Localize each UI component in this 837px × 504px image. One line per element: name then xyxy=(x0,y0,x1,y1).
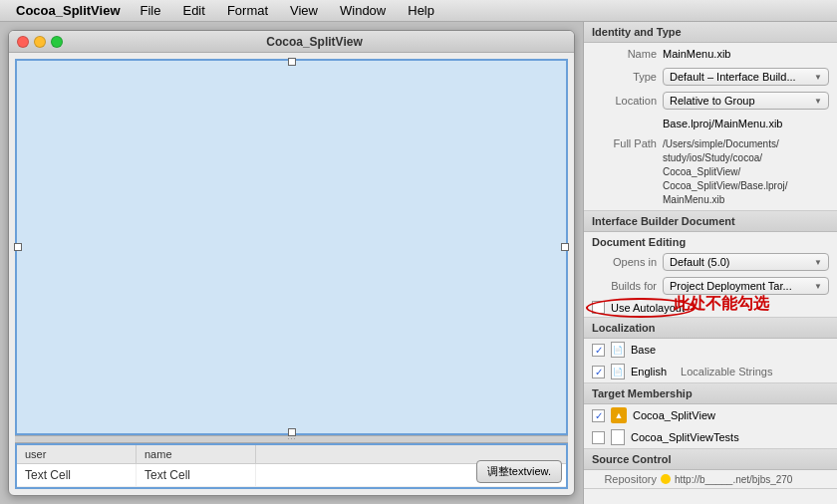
loc-english-label: English xyxy=(631,366,667,378)
window-titlebar: Cocoa_SplitView xyxy=(9,31,574,53)
repo-url: http://b_____.net/bjbs_270 xyxy=(675,474,792,485)
repo-status-dot xyxy=(661,474,671,484)
opens-in-row: Opens in Default (5.0) ▼ xyxy=(584,250,837,274)
loc-base-checkbox[interactable] xyxy=(592,344,605,357)
cell-name[interactable]: Text Cell xyxy=(137,464,256,486)
builds-for-row: Builds for Project Deployment Tar... ▼ xyxy=(584,274,837,298)
type-dropdown-arrow: ▼ xyxy=(814,73,822,82)
maximize-button[interactable] xyxy=(51,36,63,48)
type-row: Type Default – Interface Build... ▼ xyxy=(584,65,837,89)
location-value: Relative to Group xyxy=(670,95,755,107)
loc-base-row: 📄 Base xyxy=(584,339,837,361)
target1-label: Cocoa_SplitView xyxy=(633,409,715,421)
section-target-header: Target Membership xyxy=(584,383,837,404)
left-panel: Cocoa_SplitView ⋯ user xyxy=(0,22,583,504)
splitter-bar[interactable]: ⋯ xyxy=(15,435,568,443)
section-localization: Localization 📄 Base 📄 English Localizabl… xyxy=(584,318,837,383)
target2-checkbox[interactable] xyxy=(592,431,605,444)
target2-row: Cocoa_SplitViewTests xyxy=(584,426,837,448)
section-target: Target Membership ▲ Cocoa_SplitView Coco… xyxy=(584,383,837,449)
opens-in-value: Default (5.0) xyxy=(670,256,730,268)
resize-handle-left[interactable] xyxy=(14,243,22,251)
target2-label: Cocoa_SplitViewTests xyxy=(631,431,739,443)
menu-view[interactable]: View xyxy=(280,1,328,20)
section-source: Source Control Repository http://b_____.… xyxy=(584,449,837,489)
annotation-text: 此处不能勾选 xyxy=(674,294,769,315)
section-identity-header: Identity and Type xyxy=(584,22,837,43)
col-header-name: name xyxy=(137,445,256,463)
builds-for-arrow: ▼ xyxy=(814,282,822,291)
opens-in-label: Opens in xyxy=(592,256,657,268)
col-header-user: user xyxy=(17,445,137,463)
window-title: Cocoa_SplitView xyxy=(63,35,566,49)
opens-in-arrow: ▼ xyxy=(814,258,822,267)
loc-base-label: Base xyxy=(631,344,656,356)
full-path-row: Full Path /Users/simple/Documents/study/… xyxy=(584,134,837,210)
full-path-value: /Users/simple/Documents/study/ios/Study/… xyxy=(663,137,829,207)
loc-strings-label: Localizable Strings xyxy=(681,366,772,378)
type-dropdown[interactable]: Default – Interface Build... ▼ xyxy=(663,68,829,86)
cell-user[interactable]: Text Cell xyxy=(17,464,137,486)
base-path-value: Base.lproj/MainMenu.xib xyxy=(663,118,829,129)
section-ib: Interface Builder Document Document Edit… xyxy=(584,211,837,318)
splitview-bottom: user name Text Cell Text Cell 调整textview… xyxy=(15,443,568,489)
location-row: Location Relative to Group ▼ xyxy=(584,89,837,113)
loc-english-row: 📄 English Localizable Strings xyxy=(584,361,837,382)
name-value: MainMenu.xib xyxy=(663,48,829,60)
section-localization-header: Localization xyxy=(584,318,837,339)
location-dropdown-arrow: ▼ xyxy=(814,97,822,106)
doc-editing-label: Document Editing xyxy=(584,232,837,250)
target1-icon: ▲ xyxy=(611,407,627,423)
builds-for-label: Builds for xyxy=(592,280,657,292)
builds-for-value: Project Deployment Tar... xyxy=(670,280,792,292)
location-label: Location xyxy=(592,95,657,107)
splitview-top[interactable] xyxy=(15,59,568,435)
section-identity: Identity and Type Name MainMenu.xib Type… xyxy=(584,22,837,211)
source-control-row: Repository http://b_____.net/bjbs_270 xyxy=(584,470,837,488)
section-ib-header: Interface Builder Document xyxy=(584,211,837,232)
resize-handle-top[interactable] xyxy=(288,58,296,66)
loc-english-checkbox[interactable] xyxy=(592,366,605,378)
traffic-lights xyxy=(17,36,63,48)
resize-handle-right[interactable] xyxy=(561,243,569,251)
loc-base-file-icon: 📄 xyxy=(611,342,625,358)
menu-window[interactable]: Window xyxy=(330,1,396,20)
menu-bar: Cocoa_SplitView File Edit Format View Wi… xyxy=(0,0,837,22)
splitview-body: ⋯ user name Text Cell Text Cell 调整textvi… xyxy=(9,53,574,495)
name-label: Name xyxy=(592,48,657,60)
loc-english-file-icon: 📄 xyxy=(611,364,625,379)
section-source-header: Source Control xyxy=(584,449,837,470)
base-path-row: Base.lproj/MainMenu.xib xyxy=(584,113,837,134)
resize-handle-bottom[interactable] xyxy=(288,428,296,436)
minimize-button[interactable] xyxy=(34,36,46,48)
right-panel: Identity and Type Name MainMenu.xib Type… xyxy=(583,22,837,504)
target1-row: ▲ Cocoa_SplitView xyxy=(584,404,837,426)
repo-label: Repository xyxy=(592,473,657,485)
close-button[interactable] xyxy=(17,36,29,48)
autolayout-label: Use Autolayout xyxy=(611,302,685,314)
menu-edit[interactable]: Edit xyxy=(172,1,214,20)
menu-help[interactable]: Help xyxy=(398,1,444,20)
autolayout-row: Use Autolayout 此处不能勾选 xyxy=(584,298,837,317)
builds-for-dropdown[interactable]: Project Deployment Tar... ▼ xyxy=(663,277,829,295)
target2-icon xyxy=(611,429,625,445)
app-name[interactable]: Cocoa_SplitView xyxy=(8,1,129,20)
type-value: Default – Interface Build... xyxy=(670,71,796,83)
target1-checkbox[interactable] xyxy=(592,409,605,422)
main-content: Cocoa_SplitView ⋯ user xyxy=(0,22,837,504)
opens-in-dropdown[interactable]: Default (5.0) ▼ xyxy=(663,253,829,271)
autolayout-checkbox[interactable] xyxy=(592,301,605,314)
type-label: Type xyxy=(592,71,657,83)
location-dropdown[interactable]: Relative to Group ▼ xyxy=(663,92,829,110)
menu-format[interactable]: Format xyxy=(217,1,278,20)
menu-file[interactable]: File xyxy=(131,1,171,20)
name-row: Name MainMenu.xib xyxy=(584,43,837,65)
full-path-label: Full Path xyxy=(592,137,657,149)
adjust-button[interactable]: 调整textview. xyxy=(476,460,562,483)
window-frame: Cocoa_SplitView ⋯ user xyxy=(8,30,575,496)
